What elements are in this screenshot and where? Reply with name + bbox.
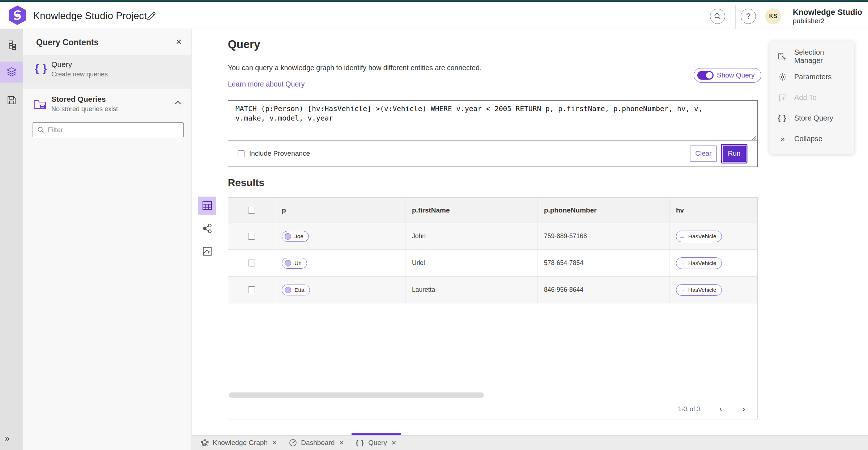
close-panel-icon[interactable]: ✕ xyxy=(175,38,182,46)
node-label: Etta xyxy=(294,287,305,293)
tab-query[interactable]: { } Query ✕ xyxy=(350,436,403,450)
add-to-label: Add To xyxy=(794,93,817,102)
query-box: MATCH (p:Person)-[hv:HasVehicle]->(v:Veh… xyxy=(228,100,758,167)
edge-label: HasVehicle xyxy=(688,233,716,240)
parameters-gear-icon xyxy=(778,72,787,81)
learn-more-link[interactable]: Learn more about Query xyxy=(228,80,305,88)
tab-knowledge-graph[interactable]: Knowledge Graph ✕ xyxy=(195,436,283,450)
expand-rail-icon[interactable]: » xyxy=(5,434,9,443)
layers-icon[interactable] xyxy=(0,62,23,83)
parameters-item[interactable]: Parameters xyxy=(770,67,854,87)
run-button[interactable]: Run xyxy=(722,145,746,163)
pagination-range: 1-3 of 3 xyxy=(678,405,701,413)
column-header-firstname[interactable]: p.firstName xyxy=(412,206,450,214)
toggle-knob xyxy=(706,72,712,79)
node-label: Joe xyxy=(294,233,303,240)
show-query-label: Show Query xyxy=(717,71,755,79)
edge-label: HasVehicle xyxy=(688,287,716,293)
app-logo-icon[interactable] xyxy=(8,5,27,26)
next-page-button[interactable]: › xyxy=(743,405,745,413)
close-tab-icon[interactable]: ✕ xyxy=(391,439,396,447)
node-icon xyxy=(285,260,291,266)
query-braces-icon: { } xyxy=(35,62,47,75)
avatar[interactable]: KS xyxy=(765,8,781,24)
selection-manager-icon xyxy=(778,52,787,61)
sidebar-item-query[interactable]: { } Query Create new queries xyxy=(23,55,191,83)
user-role: publisher2 xyxy=(793,17,862,25)
node-icon xyxy=(285,287,291,293)
include-provenance-checkbox[interactable] xyxy=(238,150,244,157)
add-to-item: Add To xyxy=(770,87,854,108)
query-description: You can query a knowledge graph to ident… xyxy=(228,64,481,72)
stored-queries-title: Stored Queries xyxy=(51,95,106,104)
schema-icon[interactable] xyxy=(0,35,23,56)
header-divider xyxy=(735,5,736,29)
node-pill[interactable]: Uri xyxy=(282,258,307,269)
parameters-label: Parameters xyxy=(794,73,831,81)
collapse-double-chevron-icon: » xyxy=(778,135,787,143)
store-query-item[interactable]: { } Store Query xyxy=(770,108,854,129)
user-info: Knowledge Studio publisher2 xyxy=(793,8,862,25)
search-icon[interactable] xyxy=(710,9,725,24)
table-row: Uri Uriel 578-654-7854 →HasVehicle xyxy=(228,250,757,277)
collapse-label: Collapse xyxy=(794,135,822,143)
toggle-track[interactable] xyxy=(697,71,714,80)
save-icon[interactable] xyxy=(0,90,23,111)
column-header-p[interactable]: p xyxy=(282,206,286,214)
user-name: Knowledge Studio xyxy=(793,8,862,17)
query-braces-icon: { } xyxy=(356,439,365,447)
horizontal-scrollbar-thumb[interactable] xyxy=(229,392,484,398)
edge-pill[interactable]: →HasVehicle xyxy=(676,284,722,296)
map-view-button[interactable] xyxy=(198,242,216,260)
cell-firstname: Lauretta xyxy=(412,286,435,294)
tab-dashboard[interactable]: Dashboard ✕ xyxy=(283,436,350,450)
selection-manager-item[interactable]: Selection Manager xyxy=(770,46,854,67)
node-label: Uri xyxy=(294,260,302,266)
view-switcher xyxy=(198,197,216,265)
help-icon[interactable]: ? xyxy=(741,9,756,24)
tab-label: Knowledge Graph xyxy=(213,439,268,447)
edge-arrow-icon: → xyxy=(679,233,685,240)
row-checkbox[interactable] xyxy=(248,233,255,240)
close-tab-icon[interactable]: ✕ xyxy=(272,439,277,447)
stored-queries-section[interactable]: Stored Queries No stored queries exist xyxy=(23,89,191,120)
edge-arrow-icon: → xyxy=(679,260,685,267)
column-header-hv[interactable]: hv xyxy=(676,206,684,214)
node-pill[interactable]: Joe xyxy=(282,231,309,242)
collapse-section-chevron-icon[interactable] xyxy=(175,101,180,106)
cell-phonenumber: 578-654-7854 xyxy=(544,259,583,267)
collapse-item[interactable]: » Collapse xyxy=(770,129,854,149)
prev-page-button[interactable]: ‹ xyxy=(719,405,722,413)
edge-pill[interactable]: →HasVehicle xyxy=(676,231,722,242)
column-header-phonenumber[interactable]: p.phoneNumber xyxy=(544,206,597,214)
filter-input[interactable] xyxy=(48,126,179,134)
app-header: Knowledge Studio Project ? KS Knowledge … xyxy=(0,2,868,29)
node-pill[interactable]: Etta xyxy=(282,285,310,295)
panel-title: Query Contents xyxy=(36,38,99,47)
table-view-button[interactable] xyxy=(198,197,216,215)
query-actions-panel: Selection Manager Parameters Add To { } … xyxy=(770,41,854,154)
resize-grip-icon[interactable] xyxy=(751,135,757,140)
edit-title-pencil-icon[interactable] xyxy=(145,10,157,23)
row-checkbox[interactable] xyxy=(248,286,255,293)
knowledge-graph-icon xyxy=(200,438,209,447)
selection-manager-label: Selection Manager xyxy=(794,48,846,65)
tab-label: Query xyxy=(368,439,387,447)
table-row: Joe John 759-889-57168 →HasVehicle xyxy=(228,223,757,250)
edge-pill[interactable]: →HasVehicle xyxy=(676,257,722,269)
graph-view-button[interactable] xyxy=(198,219,216,237)
bottom-tab-bar: Knowledge Graph ✕ Dashboard ✕ { } Query … xyxy=(192,435,868,450)
cell-firstname: Uriel xyxy=(412,259,425,267)
cell-firstname: John xyxy=(412,232,426,240)
close-tab-icon[interactable]: ✕ xyxy=(339,439,344,447)
panel-header: Query Contents ✕ xyxy=(23,29,191,55)
filter-input-wrap xyxy=(33,122,184,137)
select-all-checkbox[interactable] xyxy=(248,207,255,214)
include-provenance-label: Include Provenance xyxy=(249,150,310,157)
show-query-toggle[interactable]: Show Query xyxy=(694,68,761,83)
results-title: Results xyxy=(228,177,264,189)
results-table: p p.firstName p.phoneNumber hv Joe John … xyxy=(228,197,758,420)
row-checkbox[interactable] xyxy=(248,260,255,266)
page-title: Query xyxy=(228,38,260,51)
clear-button[interactable]: Clear xyxy=(690,146,717,162)
